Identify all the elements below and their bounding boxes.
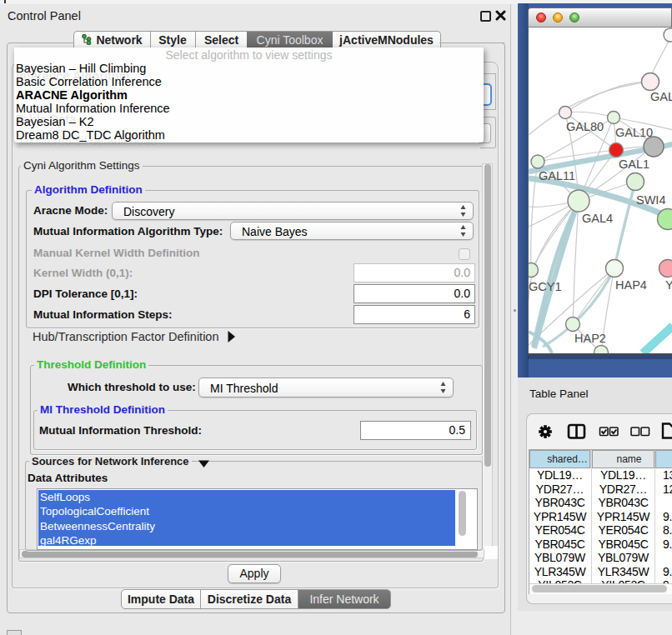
svg-text:HAP2: HAP2	[574, 332, 606, 345]
svg-text:GAL: GAL	[650, 90, 672, 103]
svg-text:GAL11: GAL11	[539, 169, 575, 182]
svg-text:HAP4: HAP4	[615, 278, 647, 292]
svg-text:GAL4: GAL4	[582, 212, 613, 225]
svg-text:GAL1: GAL1	[619, 158, 649, 171]
svg-text:GCY1: GCY1	[529, 280, 562, 293]
svg-text:Y: Y	[665, 278, 672, 292]
svg-text:GAL10: GAL10	[615, 126, 653, 139]
svg-text:GAL80: GAL80	[566, 120, 604, 133]
svg-text:SWI4: SWI4	[636, 193, 665, 207]
